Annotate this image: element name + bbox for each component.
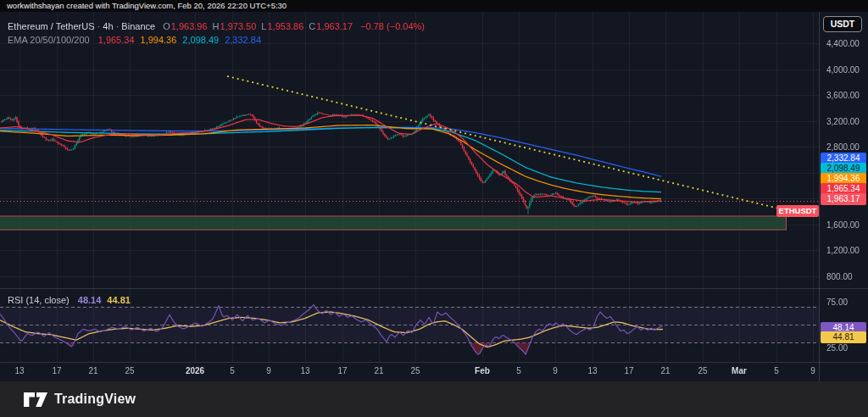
rsi-legend: RSI (14, close) 48.1444.81: [8, 295, 131, 305]
rsi-axis-tick: 25.00: [826, 342, 848, 352]
time-axis-tick: 21: [88, 366, 97, 375]
price-chart-canvas[interactable]: [0, 0, 868, 381]
axis-price-label: 1,963.17: [821, 193, 866, 205]
price-axis-tick: 4,000.00: [826, 64, 860, 74]
time-axis-tick: 9: [553, 366, 558, 375]
ema-value: 1,965.34: [98, 35, 135, 45]
tradingview-logo[interactable]: TradingView: [23, 392, 136, 408]
time-axis-tick: 21: [374, 366, 383, 375]
price-axis-tick: 1,200.00: [826, 246, 860, 255]
time-axis-tick: 17: [624, 366, 633, 375]
time-axis-tick: 5: [516, 366, 521, 375]
ohlc-value: 1,963.17: [316, 21, 353, 31]
price-axis-tick: 3,200.00: [826, 116, 860, 125]
time-axis-tick: Mar: [732, 366, 747, 375]
time-axis-tick: 2026: [186, 366, 204, 375]
ema-value: 2,098.49: [182, 35, 219, 45]
symbol-ohlc-row: Ethereum / TetherUS · 4h · Binance O1,96…: [8, 20, 425, 32]
brand-wordmark: TradingView: [54, 392, 136, 407]
ema-values: 1,965.341,994.362,098.492,332.84: [92, 35, 261, 45]
time-axis-tick: 21: [660, 366, 670, 375]
price-axis-tick: 2,800.00: [826, 142, 860, 152]
price-axis-tick: 4,400.00: [826, 39, 860, 48]
ema-label: EMA 20/50/100/200: [8, 35, 90, 45]
rsi-values: 48.1444.81: [72, 295, 131, 305]
ohlc-value: 1,963.96: [171, 21, 208, 31]
ohlc-key: O: [163, 21, 170, 31]
price-axis-tick: 800.00: [826, 271, 853, 281]
interval-label: 4h: [103, 21, 113, 31]
time-axis-tick: 5: [774, 366, 779, 375]
ema-value: 1,994.36: [141, 35, 177, 45]
axis-price-label: 44.81: [821, 331, 866, 343]
time-axis-tick: 13: [587, 366, 597, 375]
exchange-label: Binance: [121, 21, 155, 31]
symbol-price-tag: ETHUSDT: [776, 205, 819, 217]
symbol-legend: Ethereum / TetherUS · 4h · Binance O1,96…: [8, 20, 425, 47]
time-axis-tick: 25: [698, 366, 707, 375]
time-axis-tick: 25: [125, 366, 134, 375]
rsi-axis-tick: 75.00: [826, 297, 848, 307]
footer-bar: TradingView: [0, 381, 868, 417]
ohlc-key: C: [309, 21, 315, 31]
time-axis-tick: 17: [337, 366, 347, 375]
time-axis[interactable]: 1317212520265913172125Feb5913172125Mar59: [0, 362, 868, 381]
ema-value: 2,332.84: [225, 35, 261, 45]
price-axis-tick: 1,600.00: [826, 220, 860, 229]
time-axis-tick: 5: [230, 366, 235, 375]
tradingview-logo-icon: [23, 392, 48, 408]
ohlc-value: 1,973.50: [220, 21, 257, 31]
price-axis-tick: 3,600.00: [826, 91, 860, 100]
time-axis-tick: 13: [14, 366, 24, 375]
rsi-value: 44.81: [107, 295, 131, 305]
time-axis-tick: 9: [810, 366, 815, 375]
ohlc-key: L: [261, 21, 266, 31]
ohlc-value: 1,953.86: [267, 21, 303, 31]
time-axis-tick: 9: [266, 366, 271, 375]
rsi-value: 48.14: [78, 295, 102, 305]
time-axis-tick: 13: [300, 366, 309, 375]
chart-area[interactable]: Ethereum / TetherUS · 4h · Binance O1,96…: [0, 12, 868, 381]
change-value: −0.78 (−0.04%): [360, 21, 425, 31]
tradingview-screenshot: workwithshayan created with TradingView.…: [0, 0, 868, 417]
ema-legend-row: EMA 20/50/100/200 1,965.341,994.362,098.…: [8, 34, 425, 46]
time-axis-tick: Feb: [475, 366, 490, 375]
price-axis[interactable]: 4,400.004,000.003,600.003,200.002,800.00…: [820, 12, 868, 381]
rsi-label: RSI (14, close): [8, 295, 70, 305]
ohlc-key: H: [213, 21, 220, 31]
symbol-title: Ethereum / TetherUS: [8, 21, 95, 31]
time-axis-tick: 25: [410, 366, 420, 375]
time-axis-tick: 17: [52, 366, 61, 375]
ohlc-values: O1,963.96H1,973.50L1,953.86C1,963.17: [158, 21, 353, 31]
attribution-text: workwithshayan created with TradingView.…: [0, 0, 868, 12]
